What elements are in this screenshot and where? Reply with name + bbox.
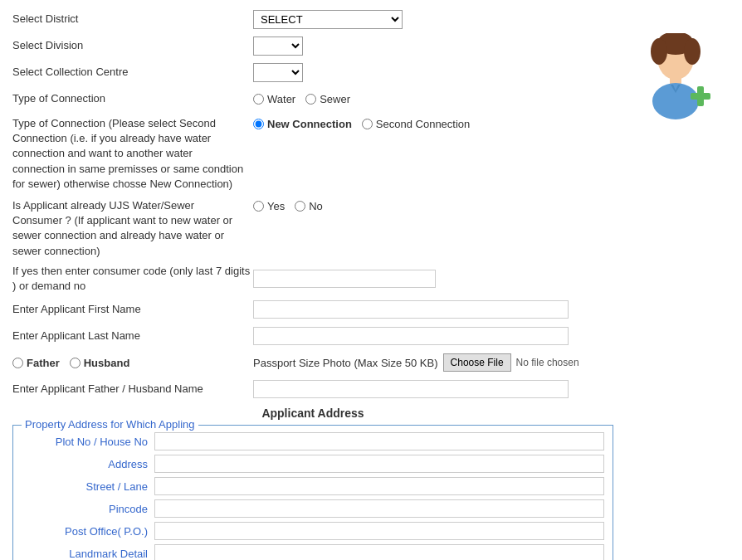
first-name-input[interactable]: [253, 300, 569, 319]
consumer-code-label: If yes then enter consumer code (only la…: [12, 264, 253, 294]
consumer-code-row: If yes then enter consumer code (only la…: [12, 264, 613, 294]
landmark-row: Landmark Detail: [22, 544, 604, 560]
new-connection-label[interactable]: New Connection: [267, 118, 352, 130]
pincode-row: Pincode: [22, 499, 604, 518]
husband-option-item: Husband: [70, 357, 130, 369]
husband-label[interactable]: Husband: [84, 357, 130, 369]
select-division-control: [253, 37, 613, 56]
no-option-item: No: [295, 200, 323, 212]
svg-point-2: [651, 38, 667, 65]
new-second-connection-row: Type of Connection (Please select Second…: [12, 114, 613, 192]
plot-label: Plot No / House No: [22, 436, 154, 448]
water-sewer-options: Water Sewer: [253, 93, 613, 105]
water-option-item: Water: [253, 93, 295, 105]
avatar-container: [634, 33, 717, 124]
last-name-row: Enter Applicant Last Name: [12, 325, 613, 347]
passport-size-label: Passport Size Photo (Max Size 50 KB): [253, 357, 438, 369]
post-office-control: [154, 522, 604, 540]
select-collection-row: Select Collection Centre: [12, 61, 613, 83]
address-label: Address: [22, 458, 154, 470]
yes-option-item: Yes: [253, 200, 285, 212]
second-connection-radio[interactable]: [362, 119, 373, 129]
father-husband-name-control: [253, 380, 613, 398]
connection-detail-label: Type of Connection (Please select Second…: [12, 114, 253, 192]
consumer-code-control: [253, 270, 613, 288]
plot-control: [154, 432, 604, 450]
select-division-label: Select Division: [12, 38, 253, 53]
svg-rect-8: [697, 86, 704, 106]
last-name-input[interactable]: [253, 327, 569, 345]
address-row: Address: [22, 455, 604, 473]
landmark-input[interactable]: [154, 544, 604, 560]
select-district-label: Select District: [12, 12, 253, 27]
first-name-label: Enter Applicant First Name: [12, 302, 253, 317]
address-input[interactable]: [154, 455, 604, 473]
ujs-consumer-label: Is Applicant already UJS Water/Sewer Con…: [12, 197, 253, 259]
sewer-label[interactable]: Sewer: [320, 93, 350, 105]
father-radio[interactable]: [12, 358, 23, 368]
select-district-control: SELECT: [253, 10, 613, 29]
first-name-row: Enter Applicant First Name: [12, 299, 613, 320]
select-division-dropdown[interactable]: [253, 37, 303, 56]
street-label: Street / Lane: [22, 480, 154, 493]
post-office-label: Post Office( P.O.): [22, 525, 154, 538]
pincode-input[interactable]: [154, 499, 604, 518]
pincode-label: Pincode: [22, 503, 154, 515]
new-second-options: New Connection Second Connection: [253, 114, 613, 130]
first-name-control: [253, 300, 613, 319]
type-connection-row: Type of Connection Water Sewer: [12, 88, 613, 110]
ujs-consumer-row: Is Applicant already UJS Water/Sewer Con…: [12, 197, 613, 259]
svg-point-5: [652, 83, 699, 119]
consumer-code-input[interactable]: [253, 270, 436, 288]
yes-radio[interactable]: [253, 201, 264, 212]
last-name-label: Enter Applicant Last Name: [12, 329, 253, 343]
address-control: [154, 455, 604, 473]
select-district-row: Select District SELECT: [12, 8, 613, 30]
water-label[interactable]: Water: [267, 93, 295, 105]
pincode-control: [154, 499, 604, 518]
father-husband-passport-row: Father Husband Passport Size Photo (Max …: [12, 352, 613, 373]
water-radio[interactable]: [253, 94, 264, 105]
father-husband-name-label: Enter Applicant Father / Husband Name: [12, 382, 253, 397]
post-office-row: Post Office( P.O.): [22, 522, 604, 540]
select-division-row: Select Division: [12, 35, 613, 56]
select-collection-dropdown[interactable]: [253, 63, 303, 82]
second-connection-label[interactable]: Second Connection: [376, 118, 470, 130]
property-address-fieldset: Property Address for Which Appling Plot …: [12, 425, 613, 560]
avatar-section: [622, 8, 730, 560]
landmark-control: [154, 544, 604, 560]
plot-input[interactable]: [154, 432, 604, 450]
post-office-input[interactable]: [154, 522, 604, 540]
select-collection-label: Select Collection Centre: [12, 65, 253, 80]
street-control: [154, 477, 604, 495]
type-connection-label: Type of Connection: [12, 91, 253, 106]
landmark-label: Landmark Detail: [22, 548, 154, 560]
user-avatar-icon: [634, 33, 717, 124]
no-radio[interactable]: [295, 201, 305, 212]
select-collection-control: [253, 63, 613, 82]
yes-no-options: Yes No: [253, 197, 613, 212]
father-option-item: Father: [12, 357, 60, 369]
father-label[interactable]: Father: [27, 357, 60, 369]
father-husband-name-row: Enter Applicant Father / Husband Name: [12, 378, 613, 400]
street-row: Street / Lane: [22, 477, 604, 495]
sewer-option-item: Sewer: [305, 93, 350, 105]
plot-row: Plot No / House No: [22, 432, 604, 450]
passport-area: Passport Size Photo (Max Size 50 KB) Cho…: [253, 353, 613, 372]
svg-point-3: [684, 38, 701, 65]
last-name-control: [253, 327, 613, 345]
sewer-radio[interactable]: [305, 94, 316, 105]
second-connection-item: Second Connection: [362, 118, 470, 130]
choose-file-button[interactable]: Choose File: [443, 353, 511, 372]
father-husband-name-input[interactable]: [253, 380, 569, 398]
no-file-text: No file chosen: [516, 357, 579, 368]
street-input[interactable]: [154, 477, 604, 495]
new-connection-item: New Connection: [253, 118, 352, 130]
yes-label[interactable]: Yes: [267, 200, 285, 212]
new-connection-radio[interactable]: [253, 119, 264, 129]
property-address-legend: Property Address for Which Appling: [22, 418, 198, 431]
select-district-dropdown[interactable]: SELECT: [253, 10, 403, 29]
husband-radio[interactable]: [70, 358, 81, 368]
no-label[interactable]: No: [309, 200, 323, 212]
father-husband-options: Father Husband: [12, 357, 253, 369]
